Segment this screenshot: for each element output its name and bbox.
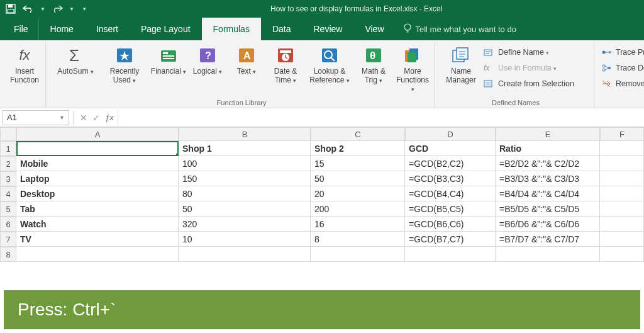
cell-C1[interactable]: Shop 2 bbox=[311, 141, 405, 156]
cell-D2[interactable]: =GCD(B2,C2) bbox=[405, 156, 496, 171]
cell-F1[interactable] bbox=[600, 141, 644, 156]
cell-D5[interactable]: =GCD(B5,C5) bbox=[405, 201, 496, 217]
row-header-3[interactable]: 3 bbox=[0, 171, 16, 186]
cell-A2[interactable]: Mobile bbox=[16, 156, 179, 171]
tab-page-layout[interactable]: Page Layout bbox=[130, 18, 202, 40]
column-header-D[interactable]: D bbox=[405, 127, 496, 141]
defined-names-create-from-selection[interactable]: Create from Selection bbox=[483, 77, 590, 91]
cell-E1[interactable]: Ratio bbox=[496, 141, 600, 156]
row-header-4[interactable]: 4 bbox=[0, 186, 16, 201]
insert-function-button[interactable]: fx Insert Function bbox=[8, 43, 42, 84]
cell-B8[interactable] bbox=[179, 247, 311, 262]
cell-A4[interactable]: Desktop bbox=[16, 186, 179, 201]
cell-F7[interactable] bbox=[600, 232, 644, 247]
tab-home[interactable]: Home bbox=[39, 18, 85, 40]
cell-F6[interactable] bbox=[600, 217, 644, 232]
cell-C5[interactable]: 200 bbox=[311, 201, 405, 217]
cell-D1[interactable]: GCD bbox=[405, 141, 496, 156]
cell-A3[interactable]: Laptop bbox=[16, 171, 179, 186]
defined-names-define-name[interactable]: Define Name ▾ bbox=[483, 45, 590, 59]
fn-financial-button[interactable]: Financial ▾ bbox=[150, 43, 187, 76]
cell-E3[interactable]: =B3/D3 &":"& C3/D3 bbox=[496, 171, 600, 186]
tab-view[interactable]: View bbox=[353, 18, 395, 40]
cell-C3[interactable]: 50 bbox=[311, 171, 405, 186]
tell-me[interactable]: Tell me what you want to do bbox=[396, 18, 516, 40]
cell-C8[interactable] bbox=[311, 247, 405, 262]
audit-trace-precedent[interactable]: Trace Precedent bbox=[601, 45, 644, 59]
cell-C6[interactable]: 16 bbox=[311, 217, 405, 232]
cell-F2[interactable] bbox=[600, 156, 644, 171]
cell-D7[interactable]: =GCD(B7,C7) bbox=[405, 232, 496, 247]
fn-recently-used-button[interactable]: Recently Used ▾ bbox=[101, 43, 148, 85]
cell-B5[interactable]: 50 bbox=[179, 201, 311, 217]
row-header-5[interactable]: 5 bbox=[0, 201, 16, 217]
select-all-corner[interactable] bbox=[0, 127, 16, 141]
cancel-formula-icon[interactable]: ✕ bbox=[77, 113, 90, 123]
fn-more-functions-button[interactable]: More Functions ▾ bbox=[394, 43, 431, 94]
cell-B2[interactable]: 100 bbox=[179, 156, 311, 171]
qat-customize-icon[interactable]: ▾ bbox=[83, 6, 86, 12]
defined-names-use-in-formula[interactable]: fxUse in Formula ▾ bbox=[483, 61, 590, 75]
cell-E6[interactable]: =B6/D6 &":"& C6/D6 bbox=[496, 217, 600, 232]
cell-E2[interactable]: =B2/D2 &":"& C2/D2 bbox=[496, 156, 600, 171]
cell-E7[interactable]: =B7/D7 &":"& C7/D7 bbox=[496, 232, 600, 247]
undo-icon[interactable] bbox=[23, 3, 34, 14]
name-manager-button[interactable]: Name Manager bbox=[441, 43, 480, 84]
cell-B4[interactable]: 80 bbox=[179, 186, 311, 201]
tab-file[interactable]: File bbox=[4, 18, 39, 40]
fn-text-button[interactable]: A Text ▾ bbox=[228, 43, 265, 76]
enter-formula-icon[interactable]: ✓ bbox=[90, 113, 103, 123]
cell-D8[interactable] bbox=[405, 247, 496, 262]
name-box[interactable]: A1 ▼ bbox=[3, 110, 69, 125]
cell-D3[interactable]: =GCD(B3,C3) bbox=[405, 171, 496, 186]
fn-logical-button[interactable]: ? Logical ▾ bbox=[189, 43, 226, 76]
column-header-B[interactable]: B bbox=[179, 127, 311, 141]
redo-icon[interactable] bbox=[52, 3, 63, 14]
cell-D4[interactable]: =GCD(B4,C4) bbox=[405, 186, 496, 201]
row-header-7[interactable]: 7 bbox=[0, 232, 16, 247]
cell-E8[interactable] bbox=[496, 247, 600, 262]
fn-math-trig-button[interactable]: θ Math & Trig ▾ bbox=[355, 43, 392, 85]
redo-dropdown-icon[interactable]: ▼ bbox=[69, 6, 74, 12]
cell-A8[interactable] bbox=[16, 247, 179, 262]
cell-C7[interactable]: 8 bbox=[311, 232, 405, 247]
tab-review[interactable]: Review bbox=[303, 18, 354, 40]
cell-A5[interactable]: Tab bbox=[16, 201, 179, 217]
cell-E4[interactable]: =B4/D4 &":"& C4/D4 bbox=[496, 186, 600, 201]
cell-B3[interactable]: 150 bbox=[179, 171, 311, 186]
cell-B6[interactable]: 320 bbox=[179, 217, 311, 232]
audit-trace-depender[interactable]: Trace Depender bbox=[601, 61, 644, 75]
cell-C2[interactable]: 15 bbox=[311, 156, 405, 171]
fn-autosum-button[interactable]: Σ AutoSum ▾ bbox=[52, 43, 99, 76]
cell-B7[interactable]: 10 bbox=[179, 232, 311, 247]
cell-B1[interactable]: Shop 1 bbox=[179, 141, 311, 156]
column-header-C[interactable]: C bbox=[311, 127, 405, 141]
save-icon[interactable] bbox=[5, 3, 16, 14]
column-header-E[interactable]: E bbox=[496, 127, 600, 141]
tab-data[interactable]: Data bbox=[261, 18, 303, 40]
cell-E5[interactable]: =B5/D5 &":"& C5/D5 bbox=[496, 201, 600, 217]
chevron-down-icon[interactable]: ▼ bbox=[59, 115, 65, 121]
cell-A1[interactable] bbox=[16, 141, 179, 156]
cell-D6[interactable]: =GCD(B6,C6) bbox=[405, 217, 496, 232]
cell-A7[interactable]: TV bbox=[16, 232, 179, 247]
formula-input[interactable] bbox=[118, 110, 644, 125]
row-header-8[interactable]: 8 bbox=[0, 247, 16, 262]
row-header-1[interactable]: 1 bbox=[0, 141, 16, 156]
tab-formulas[interactable]: Formulas bbox=[202, 18, 261, 40]
fx-label[interactable]: ƒx bbox=[105, 113, 114, 122]
tab-insert[interactable]: Insert bbox=[85, 18, 130, 40]
cell-A6[interactable]: Watch bbox=[16, 217, 179, 232]
row-header-2[interactable]: 2 bbox=[0, 156, 16, 171]
column-header-F[interactable]: F bbox=[600, 127, 644, 141]
cell-F5[interactable] bbox=[600, 201, 644, 217]
fn-date-time-button[interactable]: Date & Time ▾ bbox=[267, 43, 304, 85]
cell-F3[interactable] bbox=[600, 171, 644, 186]
fn-lookup-reference-button[interactable]: Lookup & Reference ▾ bbox=[306, 43, 353, 85]
audit-remove-arrows[interactable]: Remove Arrows bbox=[601, 77, 644, 91]
cell-F4[interactable] bbox=[600, 186, 644, 201]
cell-F8[interactable] bbox=[600, 247, 644, 262]
column-header-A[interactable]: A bbox=[16, 127, 179, 141]
undo-dropdown-icon[interactable]: ▼ bbox=[40, 6, 45, 12]
cell-C4[interactable]: 20 bbox=[311, 186, 405, 201]
